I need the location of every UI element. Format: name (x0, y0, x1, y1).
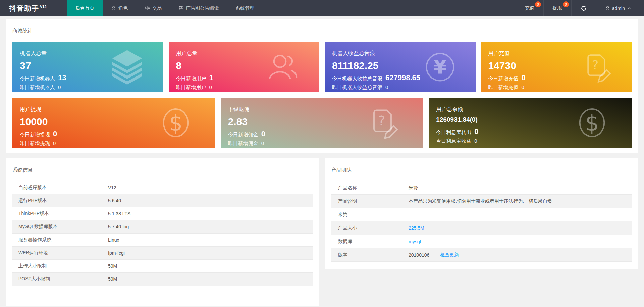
card-line-value: 0 (53, 130, 57, 138)
user-menu[interactable]: admin (596, 0, 644, 16)
dollar-icon: $ (577, 106, 607, 140)
username: admin (612, 6, 625, 11)
row-label: 米赞 (331, 212, 409, 218)
card-line-value: 13 (58, 73, 66, 82)
card-line-label: 昨日新增用户 (176, 84, 206, 91)
table-row: 运行PHP版本5.6.40 (12, 194, 313, 207)
row-label: WEB运行环境 (12, 250, 108, 256)
card-line-label: 昨日新增机器人 (20, 84, 55, 91)
main-menu: 后台首页 角色 交易 (67, 0, 263, 16)
yen-icon: ¥ (424, 51, 456, 83)
svg-text:?: ? (378, 113, 385, 129)
card-line-value: 0 (522, 84, 524, 90)
withdraw-badge: 0 (563, 1, 569, 7)
nav-item-dashboard[interactable]: 后台首页 (67, 0, 103, 16)
row-value: 5.6.40 (108, 198, 121, 203)
recharge-button[interactable]: 充值 0 (516, 0, 543, 16)
row-label: ThinkPHP版本 (12, 211, 108, 217)
stat-card-commission: 下级返佣 2.83 今日新增佣金0 昨日新增佣金0 ? (221, 98, 424, 148)
top-navbar: 抖音助手 V12 后台首页 角色 交易 (0, 0, 644, 16)
withdraw-button[interactable]: 提现 0 (543, 0, 571, 16)
table-row: MySQL数据库版本5.7.40-log (12, 220, 313, 234)
row-label: 产品大小 (331, 225, 409, 231)
table-row: WEB运行环境fpm-fcgi (12, 247, 313, 260)
app-title: 抖音助手 (9, 4, 39, 13)
app-logo: 抖音助手 V12 (0, 0, 67, 16)
product-team-table: 产品名称米赞 产品说明本产品只为米赞使用权,切勿用于商业或者用于违法行为,一切后… (331, 181, 632, 262)
row-value: fpm-fcgi (108, 250, 125, 256)
withdraw-label: 提现 (553, 5, 562, 11)
person-icon (111, 6, 116, 11)
stat-card-user-recharge: 用户充值 14730 今日新增充值0 昨日新增充值0 ? (481, 42, 632, 92)
recharge-label: 充值 (525, 5, 534, 11)
navbar-actions: 充值 0 提现 0 admin (516, 0, 644, 16)
stats-panel: 商城统计 机器人总量 37 今日新增机器人13 昨日新增机器人0 用户总量 8 … (6, 19, 638, 153)
table-row: 当前程序版本V12 (12, 181, 313, 194)
row-value: V12 (108, 185, 116, 190)
layers-icon (110, 50, 144, 85)
row-label: POST大小限制 (12, 276, 108, 282)
row-value: 50M (108, 263, 117, 269)
doc-question-icon: ? (367, 107, 399, 139)
card-line-label: 今日新增佣金 (228, 132, 258, 138)
database-link[interactable]: mysql (409, 239, 421, 244)
card-line-value: 0 (58, 84, 61, 90)
card-line-value: 0 (474, 138, 477, 144)
card-line-value: 0 (209, 84, 212, 90)
card-line-label: 昨日新增佣金 (228, 140, 258, 147)
app-version: V12 (40, 5, 47, 9)
table-row: 米赞 (331, 208, 632, 221)
card-line-label: 今日新增提现 (20, 132, 50, 138)
card-line-value: 0 (474, 127, 478, 136)
card-line-value: 0 (261, 140, 264, 146)
card-line-label: 昨日新增充值 (488, 84, 519, 91)
row-label: 服务器操作系统 (12, 237, 108, 243)
nav-item-label: 广告图公告编辑 (186, 5, 219, 11)
user-icon (605, 6, 610, 11)
card-line-value: 0 (522, 73, 526, 82)
nav-item-banner-editor[interactable]: 广告图公告编辑 (170, 0, 227, 16)
stat-card-user-balance: 用户总余额 1260931.84(0) 今日利息宝转出0 今日利息宝收益0 $ (429, 98, 632, 148)
card-line-value: 627998.65 (385, 73, 420, 82)
svg-text:¥: ¥ (433, 56, 447, 78)
doc-question-icon: ? (581, 52, 612, 83)
stat-card-user-withdraw: 用户提现 10000 今日新增提现0 昨日新增提现0 $ (12, 98, 215, 148)
svg-text:?: ? (592, 58, 599, 72)
table-row: POST大小限制50M (12, 273, 313, 286)
flag-icon (178, 6, 183, 11)
users-icon (266, 52, 300, 83)
row-label: 产品名称 (331, 185, 409, 191)
nav-item-roles[interactable]: 角色 (103, 0, 136, 16)
product-size-link[interactable]: 225.5M (409, 225, 424, 231)
card-line-value: 1 (209, 73, 213, 82)
nav-item-label: 后台首页 (75, 5, 94, 11)
product-team-title: 产品团队 (331, 167, 632, 173)
card-line-value: 0 (53, 140, 56, 146)
stats-row-1: 机器人总量 37 今日新增机器人13 昨日新增机器人0 用户总量 8 今日新增用… (12, 42, 632, 92)
table-row: 版本20100106检查更新 (331, 248, 632, 262)
product-team-panel: 产品团队 产品名称米赞 产品说明本产品只为米赞使用权,切勿用于商业或者用于违法行… (325, 158, 638, 269)
nav-item-system[interactable]: 系统管理 (227, 0, 263, 16)
bottom-section: 系统信息 当前程序版本V12 运行PHP版本5.6.40 ThinkPHP版本5… (6, 158, 638, 306)
stats-panel-title: 商城统计 (12, 28, 632, 34)
stat-card-user-total: 用户总量 8 今日新增用户1 昨日新增用户0 (169, 42, 320, 92)
card-line-label: 今日新增机器人 (20, 75, 55, 82)
card-line-label: 今日机器人收益总音浪 (332, 75, 382, 82)
card-line-label: 昨日新增提现 (20, 140, 50, 147)
row-value: 5.1.38 LTS (108, 211, 130, 216)
stats-row-2: 用户提现 10000 今日新增提现0 昨日新增提现0 $ 下级返佣 2.83 今… (12, 98, 632, 148)
row-value: Linux (108, 237, 119, 243)
table-row: 产品名称米赞 (331, 181, 632, 195)
card-line-label: 今日新增充值 (488, 75, 519, 82)
nav-item-trade[interactable]: 交易 (136, 0, 170, 16)
stat-card-robot-income: 机器人收益总音浪 811182.25 今日机器人收益总音浪627998.65 昨… (325, 42, 476, 92)
row-label: MySQL数据库版本 (12, 224, 108, 230)
check-update-link[interactable]: 检查更新 (440, 252, 459, 258)
card-line-label: 今日利息宝转出 (436, 129, 471, 136)
chevron-up-icon (627, 7, 631, 10)
recharge-badge: 0 (535, 1, 541, 7)
system-info-table: 当前程序版本V12 运行PHP版本5.6.40 ThinkPHP版本5.1.38… (12, 181, 313, 286)
nav-item-label: 系统管理 (235, 5, 254, 11)
table-row: ThinkPHP版本5.1.38 LTS (12, 207, 313, 220)
refresh-button[interactable] (571, 0, 596, 16)
